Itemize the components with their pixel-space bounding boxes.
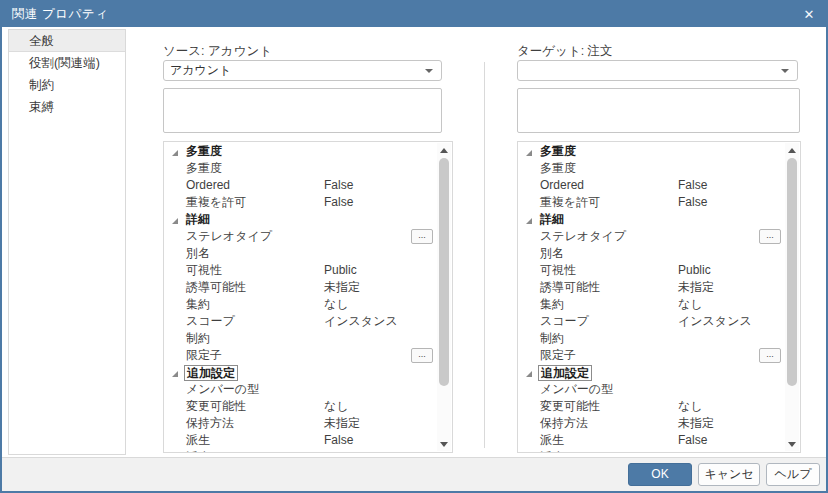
- grid-property-row[interactable]: 誘導可能性未指定: [518, 279, 785, 296]
- scroll-up-icon[interactable]: [437, 143, 451, 157]
- grid-property-row[interactable]: ステレオタイプ...: [518, 228, 785, 245]
- sidebar-item[interactable]: 役割(関連端): [9, 52, 125, 74]
- property-value[interactable]: Public: [678, 262, 711, 279]
- grid-property-row[interactable]: 制約: [518, 330, 785, 347]
- scroll-up-icon[interactable]: [785, 143, 799, 157]
- sidebar-item[interactable]: 制約: [9, 74, 125, 96]
- source-grid-scrollbar[interactable]: [437, 143, 451, 451]
- grid-property-row[interactable]: 誘導可能性未指定: [164, 279, 437, 296]
- property-value[interactable]: False: [678, 449, 707, 452]
- grid-property-row[interactable]: 制約: [164, 330, 437, 347]
- property-value[interactable]: False: [324, 177, 353, 194]
- property-value[interactable]: False: [324, 449, 353, 452]
- grid-property-row[interactable]: 限定子...: [518, 347, 785, 364]
- grid-property-row[interactable]: 可視性Public: [164, 262, 437, 279]
- property-value[interactable]: False: [324, 432, 353, 449]
- grid-property-row[interactable]: OrderedFalse: [518, 177, 785, 194]
- target-grid-scrollbar[interactable]: [785, 143, 799, 451]
- grid-property-row[interactable]: 変更可能性なし: [518, 398, 785, 415]
- category-expander-icon[interactable]: [172, 371, 178, 377]
- grid-category-row[interactable]: 追加設定: [164, 364, 437, 381]
- property-value[interactable]: なし: [324, 296, 349, 313]
- grid-property-row[interactable]: 集約なし: [164, 296, 437, 313]
- property-label: 派生 Union: [186, 449, 245, 452]
- grid-property-row[interactable]: 別名: [518, 245, 785, 262]
- property-value[interactable]: なし: [324, 398, 349, 415]
- sidebar-item[interactable]: 束縛: [9, 96, 125, 118]
- grid-property-row[interactable]: スコープインスタンス: [164, 313, 437, 330]
- ellipsis-button[interactable]: ...: [411, 229, 433, 244]
- ellipsis-button[interactable]: ...: [759, 348, 781, 363]
- grid-category-row[interactable]: 詳細: [164, 211, 437, 228]
- grid-property-row[interactable]: 変更可能性なし: [164, 398, 437, 415]
- target-multiline-textbox[interactable]: [517, 88, 800, 133]
- grid-category-row[interactable]: 追加設定: [518, 364, 785, 381]
- property-label: 集約: [540, 296, 564, 313]
- grid-property-row[interactable]: 別名: [164, 245, 437, 262]
- source-panel-header: ソース: アカウント: [163, 43, 272, 60]
- scroll-down-icon[interactable]: [437, 437, 451, 451]
- grid-property-row[interactable]: スコープインスタンス: [518, 313, 785, 330]
- ellipsis-button[interactable]: ...: [411, 348, 433, 363]
- property-label: 誘導可能性: [186, 279, 246, 296]
- grid-category-row[interactable]: 多重度: [518, 143, 785, 160]
- grid-property-row[interactable]: 可視性Public: [518, 262, 785, 279]
- grid-property-row[interactable]: 多重度: [164, 160, 437, 177]
- grid-property-row[interactable]: 派生 UnionFalse: [164, 449, 437, 452]
- property-value[interactable]: False: [678, 177, 707, 194]
- category-expander-icon[interactable]: [172, 150, 178, 156]
- scroll-down-icon[interactable]: [785, 437, 799, 451]
- property-label: 多重度: [186, 160, 222, 177]
- cancel-button[interactable]: キャンセル: [698, 463, 760, 486]
- category-expander-icon[interactable]: [172, 218, 178, 224]
- property-value[interactable]: 未指定: [324, 279, 360, 296]
- property-label: 限定子: [540, 347, 576, 364]
- ellipsis-button[interactable]: ...: [759, 229, 781, 244]
- grid-property-row[interactable]: 保持方法未指定: [164, 415, 437, 432]
- grid-category-row[interactable]: 詳細: [518, 211, 785, 228]
- property-value[interactable]: 未指定: [324, 415, 360, 432]
- grid-property-row[interactable]: 派生 UnionFalse: [518, 449, 785, 452]
- grid-property-row[interactable]: メンバーの型: [164, 381, 437, 398]
- scrollbar-thumb[interactable]: [787, 158, 797, 386]
- grid-property-row[interactable]: 派生False: [164, 432, 437, 449]
- property-value[interactable]: インスタンス: [678, 313, 752, 330]
- grid-property-row[interactable]: 限定子...: [164, 347, 437, 364]
- category-expander-icon[interactable]: [526, 218, 532, 224]
- target-class-combobox[interactable]: [517, 60, 798, 81]
- titlebar[interactable]: 関連 プロパティ ✕: [2, 2, 826, 27]
- grid-property-row[interactable]: 派生False: [518, 432, 785, 449]
- grid-property-row[interactable]: 保持方法未指定: [518, 415, 785, 432]
- property-label: Ordered: [186, 177, 230, 194]
- grid-property-row[interactable]: OrderedFalse: [164, 177, 437, 194]
- property-value[interactable]: Public: [324, 262, 357, 279]
- ok-button[interactable]: OK: [628, 463, 692, 486]
- grid-property-row[interactable]: メンバーの型: [518, 381, 785, 398]
- grid-property-row[interactable]: 重複を許可False: [164, 194, 437, 211]
- category-expander-icon[interactable]: [526, 150, 532, 156]
- property-value[interactable]: False: [678, 432, 707, 449]
- property-value[interactable]: 未指定: [678, 415, 714, 432]
- property-value[interactable]: False: [324, 194, 353, 211]
- button-bar: OK キャンセル ヘルプ: [2, 457, 826, 491]
- category-expander-icon[interactable]: [526, 371, 532, 377]
- property-label: 派生: [540, 432, 564, 449]
- scrollbar-thumb[interactable]: [439, 158, 449, 386]
- property-value[interactable]: なし: [678, 398, 703, 415]
- grid-property-row[interactable]: 集約なし: [518, 296, 785, 313]
- grid-property-row[interactable]: 多重度: [518, 160, 785, 177]
- sidebar-item[interactable]: 全般: [9, 30, 125, 52]
- page-list: 全般役割(関連端)制約束縛: [8, 29, 126, 455]
- close-icon[interactable]: ✕: [792, 7, 826, 22]
- grid-category-row[interactable]: 多重度: [164, 143, 437, 160]
- source-multiline-textbox[interactable]: [163, 88, 442, 133]
- property-label: 変更可能性: [186, 398, 246, 415]
- property-value[interactable]: なし: [678, 296, 703, 313]
- property-value[interactable]: インスタンス: [324, 313, 398, 330]
- source-class-combobox[interactable]: アカウント: [163, 60, 442, 81]
- property-value[interactable]: 未指定: [678, 279, 714, 296]
- grid-property-row[interactable]: 重複を許可False: [518, 194, 785, 211]
- grid-property-row[interactable]: ステレオタイプ...: [164, 228, 437, 245]
- help-button[interactable]: ヘルプ: [766, 463, 820, 486]
- property-value[interactable]: False: [678, 194, 707, 211]
